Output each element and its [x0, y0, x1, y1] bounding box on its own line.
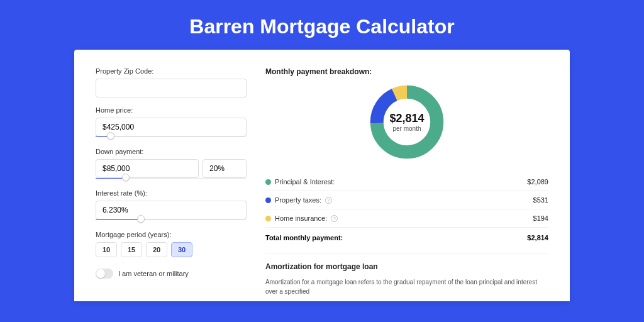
donut-center-amount: $2,814: [389, 112, 424, 125]
home-price-input[interactable]: [96, 118, 247, 136]
total-row: Total monthly payment: $2,814: [265, 227, 548, 249]
mortgage-period-field-group: Mortgage period (years): 10152030: [96, 231, 247, 257]
interest-rate-input[interactable]: [96, 201, 247, 219]
amortization-title: Amortization for mortgage loan: [265, 262, 548, 271]
breakdown-panel: Monthly payment breakdown: $2,814 per mo…: [265, 67, 548, 301]
period-button-15[interactable]: 15: [121, 242, 142, 257]
veteran-toggle[interactable]: [96, 269, 113, 279]
legend-label: Home insurance:: [275, 214, 327, 222]
interest-rate-slider[interactable]: [96, 218, 247, 222]
calculator-card: Property Zip Code: Home price: Down paym…: [74, 50, 570, 301]
legend-row: Principal & Interest:$2,089: [265, 173, 548, 191]
form-panel: Property Zip Code: Home price: Down paym…: [96, 67, 247, 301]
down-payment-label: Down payment:: [96, 148, 247, 155]
down-payment-pct-input[interactable]: [203, 159, 247, 178]
total-label: Total monthly payment:: [265, 234, 343, 242]
amortization-text: Amortization for a mortgage loan refers …: [265, 277, 548, 296]
home-price-slider[interactable]: [96, 135, 247, 139]
period-button-30[interactable]: 30: [171, 242, 192, 257]
legend-row: Property taxes:?$531: [265, 191, 548, 209]
legend-dot-icon: [265, 216, 271, 221]
legend-value: $2,089: [527, 178, 548, 186]
total-value: $2,814: [527, 234, 548, 242]
legend-label: Principal & Interest:: [275, 178, 335, 186]
down-payment-field-group: Down payment:: [96, 148, 247, 180]
down-payment-slider[interactable]: [96, 177, 247, 180]
legend-dot-icon: [265, 197, 271, 203]
legend-dot-icon: [265, 179, 271, 185]
period-button-20[interactable]: 20: [146, 242, 167, 257]
legend-value: $531: [533, 196, 548, 204]
amortization-section: Amortization for mortgage loan Amortizat…: [265, 253, 548, 296]
donut-center-sub: per month: [392, 125, 421, 132]
legend-row: Home insurance:?$194: [265, 209, 548, 227]
donut-chart-wrap: $2,814 per month: [265, 82, 548, 162]
interest-rate-label: Interest rate (%):: [96, 189, 247, 197]
legend-value: $194: [533, 214, 548, 222]
legend-label: Property taxes:: [275, 196, 321, 204]
down-payment-amount-input[interactable]: [96, 159, 199, 178]
home-price-field-group: Home price:: [96, 106, 247, 139]
info-icon[interactable]: ?: [331, 215, 338, 222]
mortgage-period-label: Mortgage period (years):: [96, 231, 247, 238]
zip-label: Property Zip Code:: [96, 67, 247, 75]
zip-field-group: Property Zip Code:: [96, 67, 247, 97]
home-price-label: Home price:: [96, 106, 247, 114]
veteran-label: I am veteran or military: [118, 270, 189, 277]
zip-input[interactable]: [96, 79, 247, 97]
page-title: Barren Mortgage Calculator: [0, 15, 644, 38]
veteran-toggle-row: I am veteran or military: [96, 269, 247, 279]
hero: Barren Mortgage Calculator: [0, 0, 644, 50]
monthly-payment-donut: $2,814 per month: [367, 82, 447, 162]
info-icon[interactable]: ?: [325, 197, 332, 204]
breakdown-title: Monthly payment breakdown:: [265, 67, 548, 76]
interest-rate-field-group: Interest rate (%):: [96, 189, 247, 222]
period-button-10[interactable]: 10: [96, 242, 117, 257]
